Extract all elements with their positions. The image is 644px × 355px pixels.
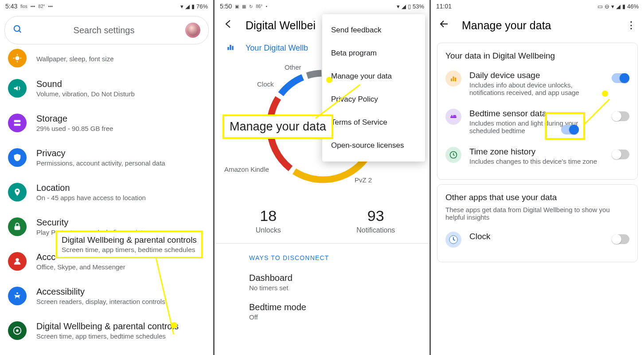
ways-header: WAYS TO DISCONNECT — [215, 244, 429, 268]
menu-beta[interactable]: Beta program — [322, 42, 425, 65]
privacy-icon — [8, 148, 27, 167]
signal-icon: ◢ — [616, 3, 621, 10]
display-icon — [8, 49, 27, 67]
wellbeing-icon — [8, 321, 27, 340]
avatar[interactable] — [185, 23, 200, 38]
dnd-icon: ⊖ — [605, 3, 609, 10]
search-bar[interactable]: Search settings — [4, 16, 209, 44]
row-sub: Screen readers, display, interaction con… — [36, 298, 165, 305]
svg-rect-27 — [455, 78, 456, 81]
row-sub: On - 45 apps have access to location — [36, 194, 146, 201]
label-clock: Clock — [257, 80, 274, 88]
stat-unlocks[interactable]: 18 Unlocks — [215, 207, 322, 234]
settings-row-storage[interactable]: Storage29% used - 90.85 GB free — [0, 106, 213, 140]
settings-row-wellbeing[interactable]: Digital Wellbeing & parental controlsScr… — [0, 313, 213, 348]
settings-row-sound[interactable]: SoundVolume, vibration, Do Not Disturb — [0, 71, 213, 106]
sound-icon — [8, 79, 27, 98]
phone-settings: 5:43 fios ••• 82° ••• ▾ ◢ ▮ 76% Search s… — [0, 0, 213, 355]
svg-point-11 — [16, 292, 18, 294]
menu-oss[interactable]: Open-source licenses — [322, 134, 425, 157]
status-time: 5:50 — [220, 3, 232, 10]
battery-icon: ▮ — [191, 3, 195, 10]
callout-sub: Screen time, app timers, bedtime schedul… — [62, 246, 197, 254]
svg-rect-30 — [453, 115, 456, 116]
signal-icon: ◢ — [402, 3, 406, 10]
row-timezone[interactable]: Time zone history Includes changes to th… — [445, 141, 629, 171]
refresh-icon: ↻ — [249, 4, 253, 9]
signal-icon: ◢ — [185, 3, 190, 10]
wifi-icon: ▾ — [397, 3, 400, 10]
back-icon[interactable] — [222, 19, 233, 32]
svg-rect-16 — [232, 46, 233, 50]
status-bar: 11:01 ▭ ⊖ ▾ ◢ ▮ 46% — [431, 0, 644, 12]
search-placeholder: Search settings — [29, 25, 179, 36]
svg-rect-26 — [453, 77, 454, 82]
menu-tos[interactable]: Terms of Service — [322, 111, 425, 134]
label-pvz: PvZ 2 — [355, 176, 372, 184]
row-sub: Includes info about device unlocks, noti… — [469, 81, 604, 96]
toggle-bedtime-sensor[interactable] — [612, 111, 629, 121]
accessibility-icon — [8, 287, 27, 305]
settings-list: Wallpaper, sleep, font size SoundVolume,… — [0, 44, 213, 350]
svg-rect-14 — [227, 47, 229, 50]
vibrate-icon: ▭ — [597, 3, 603, 10]
search-icon — [13, 24, 23, 36]
row-sub: 29% used - 90.85 GB free — [36, 125, 113, 132]
settings-row-location[interactable]: LocationOn - 45 apps have access to loca… — [0, 175, 213, 209]
row-title: Location — [36, 183, 146, 193]
leader-dot — [326, 77, 332, 83]
row-bedtime[interactable]: Bedtime mode Off — [215, 297, 429, 326]
settings-row-accessibility[interactable]: AccessibilityScreen readers, display, in… — [0, 279, 213, 313]
status-temp: 82° — [38, 4, 45, 9]
toggle-daily-usage[interactable] — [612, 73, 629, 83]
svg-rect-8 — [14, 124, 21, 126]
overflow-menu: Send feedback Beta program Manage your d… — [322, 14, 425, 162]
status-dots: ••• — [31, 4, 35, 9]
svg-point-29 — [451, 115, 453, 116]
row-title: Dashboard — [249, 273, 395, 283]
page-title: Manage your data — [462, 19, 551, 32]
bar-chart-icon — [445, 71, 461, 87]
row-title: Bedtime sensor data — [469, 109, 604, 118]
back-icon[interactable] — [439, 19, 449, 32]
wifi-icon: ▾ — [180, 3, 183, 10]
svg-point-13 — [16, 329, 19, 332]
row-sub: Includes motion and light during your sc… — [469, 119, 604, 134]
location-icon — [8, 183, 27, 201]
row-sub: Off — [249, 313, 395, 321]
menu-manage-data[interactable]: Manage your data — [322, 65, 425, 88]
menu-feedback[interactable]: Send feedback — [322, 19, 425, 42]
settings-row-display[interactable]: Wallpaper, sleep, font size — [0, 46, 213, 71]
svg-point-2 — [15, 56, 19, 60]
svg-rect-28 — [450, 116, 457, 118]
row-title: Time zone history — [469, 147, 604, 157]
card-sub: These apps get data from Digital Wellbei… — [445, 206, 629, 221]
gallery-icon: ▣ — [235, 4, 239, 9]
stat-notifications[interactable]: 93 Notifications — [322, 207, 430, 234]
row-sub: Permissions, account activity, personal … — [36, 159, 165, 167]
menu-privacy[interactable]: Privacy Policy — [322, 88, 425, 111]
status-temp: 86° — [256, 4, 262, 9]
leader-dot — [171, 322, 177, 328]
row-sub: Volume, vibration, Do Not Disturb — [36, 90, 135, 98]
status-time: 5:43 — [5, 3, 17, 10]
toggle-timezone[interactable] — [612, 150, 629, 159]
dot: • — [265, 4, 267, 9]
card-title: Your data in Digital Wellbeing — [445, 51, 629, 61]
toggle-clock-app[interactable] — [612, 234, 629, 244]
row-daily-usage[interactable]: Daily device usage Includes info about d… — [445, 64, 629, 103]
status-bar: 5:43 fios ••• 82° ••• ▾ ◢ ▮ 76% — [0, 0, 213, 12]
battery-icon: ▮ — [622, 3, 625, 10]
row-bedtime-sensor[interactable]: Bedtime sensor data Includes motion and … — [445, 103, 629, 141]
cal-icon: ▦ — [242, 4, 246, 9]
row-title: Privacy — [36, 148, 165, 158]
status-dots2: ••• — [48, 4, 53, 9]
svg-rect-25 — [451, 79, 452, 81]
settings-row-privacy[interactable]: PrivacyPermissions, account activity, pe… — [0, 140, 213, 175]
card-title: Other apps that use your data — [445, 193, 629, 202]
overflow-icon[interactable]: ⋮ — [626, 20, 636, 31]
row-title: Security — [36, 217, 143, 228]
label-other: Other — [285, 63, 301, 71]
row-clock-app[interactable]: Clock — [445, 225, 629, 254]
row-dashboard[interactable]: Dashboard No timers set — [215, 268, 429, 297]
